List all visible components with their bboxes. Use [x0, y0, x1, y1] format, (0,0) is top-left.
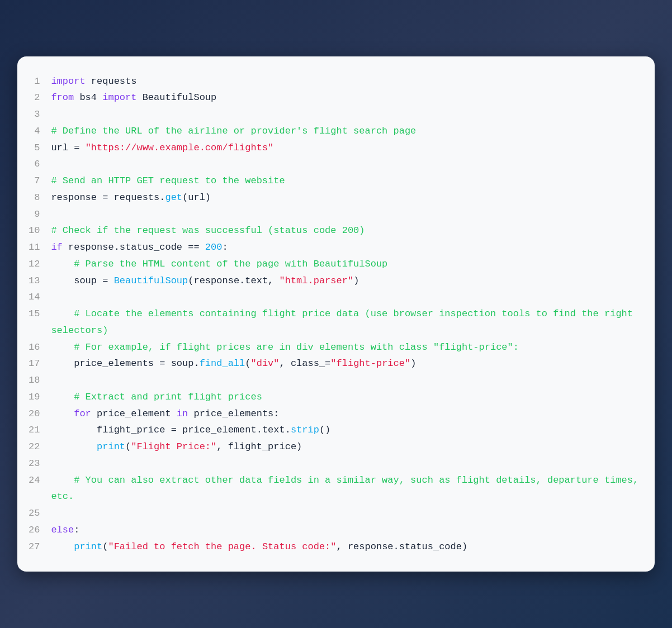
line-code: print("Flight Price:", flight_price)	[51, 439, 643, 455]
code-token	[51, 308, 74, 319]
code-token: # Check if the request was successful (s…	[51, 225, 365, 236]
code-line: 4# Define the URL of the airline or prov…	[23, 123, 643, 140]
code-token: in	[177, 408, 188, 419]
code-token: , response.status_code)	[337, 541, 468, 552]
code-token	[51, 541, 74, 552]
line-number: 12	[23, 256, 51, 273]
code-token: response.status_code ==	[63, 242, 205, 253]
line-number: 23	[23, 455, 51, 472]
line-number: 9	[23, 206, 51, 223]
line-code: from bs4 import BeautifulSoup	[51, 89, 643, 106]
code-token: "https://www.example.com/flights"	[86, 142, 274, 153]
code-token: "Failed to fetch the page. Status code:"	[108, 541, 336, 552]
line-number: 21	[23, 422, 51, 439]
code-line: 14	[23, 289, 643, 306]
line-code: for price_element in price_elements:	[51, 406, 643, 422]
line-number: 7	[23, 173, 51, 189]
code-token: # Locate the elements containing flight …	[51, 308, 638, 336]
code-line: 12 # Parse the HTML content of the page …	[23, 256, 643, 273]
line-number: 8	[23, 189, 51, 206]
code-token: (	[102, 541, 108, 552]
code-token: # Parse the HTML content of the page wit…	[74, 259, 387, 269]
line-code: price_elements = soup.find_all("div", cl…	[51, 355, 643, 372]
code-token: BeautifulSoup	[136, 92, 216, 103]
code-line: 1import requests	[23, 73, 643, 90]
code-line: 7# Send an HTTP GET request to the websi…	[23, 173, 643, 189]
code-token: "flight-price"	[330, 358, 410, 369]
code-token: else	[51, 525, 74, 535]
line-code	[51, 156, 643, 173]
line-code: soup = BeautifulSoup(response.text, "htm…	[51, 273, 643, 289]
code-token: :	[222, 242, 228, 253]
code-token: # Define the URL of the airline or provi…	[51, 126, 416, 136]
line-number: 24	[23, 472, 51, 506]
line-code: # Define the URL of the airline or provi…	[51, 123, 643, 140]
line-number: 14	[23, 289, 51, 306]
code-token: url =	[51, 142, 85, 153]
code-token: bs4	[74, 92, 102, 103]
code-line: 20 for price_element in price_elements:	[23, 406, 643, 422]
code-token: ()	[319, 425, 330, 435]
line-code: url = "https://www.example.com/flights"	[51, 140, 643, 156]
code-token: get	[165, 192, 182, 203]
code-token: "div"	[250, 358, 279, 369]
code-token: "html.parser"	[280, 275, 354, 286]
code-token: # For example, if flight prices are in d…	[74, 342, 519, 353]
line-number: 20	[23, 406, 51, 422]
code-token: requests	[86, 76, 137, 87]
code-token: print	[74, 541, 102, 552]
line-number: 2	[23, 89, 51, 106]
code-token: flight_price = price_element.text.	[51, 425, 290, 435]
code-token	[51, 259, 74, 269]
line-code: flight_price = price_element.text.strip(…	[51, 422, 643, 439]
line-code: # Locate the elements containing flight …	[51, 306, 643, 339]
code-token: from	[51, 92, 74, 103]
code-line: 8response = requests.get(url)	[23, 189, 643, 206]
code-container: 1import requests2from bs4 import Beautif…	[17, 56, 655, 572]
line-number: 13	[23, 273, 51, 289]
code-line: 26else:	[23, 522, 643, 539]
line-code	[51, 206, 643, 223]
code-token: (url)	[182, 192, 211, 203]
line-number: 15	[23, 306, 51, 339]
code-token: (response.text,	[188, 275, 279, 286]
code-token: soup =	[51, 275, 113, 286]
code-token: strip	[291, 425, 319, 435]
line-code	[51, 372, 643, 389]
line-code: else:	[51, 522, 643, 539]
line-code: print("Failed to fetch the page. Status …	[51, 539, 643, 555]
code-line: 17 price_elements = soup.find_all("div",…	[23, 355, 643, 372]
code-token: (	[245, 358, 250, 369]
code-token: price_elements:	[188, 408, 279, 419]
code-token	[51, 342, 74, 353]
line-number: 19	[23, 389, 51, 406]
code-line: 27 print("Failed to fetch the page. Stat…	[23, 539, 643, 555]
line-code: # Send an HTTP GET request to the websit…	[51, 173, 643, 189]
code-line: 3	[23, 106, 643, 123]
line-code: response = requests.get(url)	[51, 189, 643, 206]
code-token: import	[102, 92, 136, 103]
code-token: response = requests.	[51, 192, 165, 203]
line-number: 25	[23, 505, 51, 522]
code-token: # You can also extract other data fields…	[51, 475, 644, 502]
line-number: 6	[23, 156, 51, 173]
line-code	[51, 106, 643, 123]
code-line: 6	[23, 156, 643, 173]
code-token: find_all	[200, 358, 245, 369]
code-line: 15 # Locate the elements containing flig…	[23, 306, 643, 339]
line-code: # For example, if flight prices are in d…	[51, 339, 643, 356]
code-token	[51, 408, 74, 419]
code-line: 25	[23, 505, 643, 522]
line-code	[51, 505, 643, 522]
code-line: 24 # You can also extract other data fie…	[23, 472, 643, 506]
code-token: , flight_price)	[216, 441, 302, 452]
code-block: 1import requests2from bs4 import Beautif…	[23, 73, 643, 555]
code-token: import	[51, 76, 85, 87]
code-line: 5url = "https://www.example.com/flights"	[23, 140, 643, 156]
code-token: (	[125, 441, 131, 452]
code-token: BeautifulSoup	[114, 275, 188, 286]
code-token: # Extract and print flight prices	[74, 392, 262, 402]
line-number: 16	[23, 339, 51, 356]
line-number: 5	[23, 140, 51, 156]
code-token: if	[51, 242, 62, 253]
